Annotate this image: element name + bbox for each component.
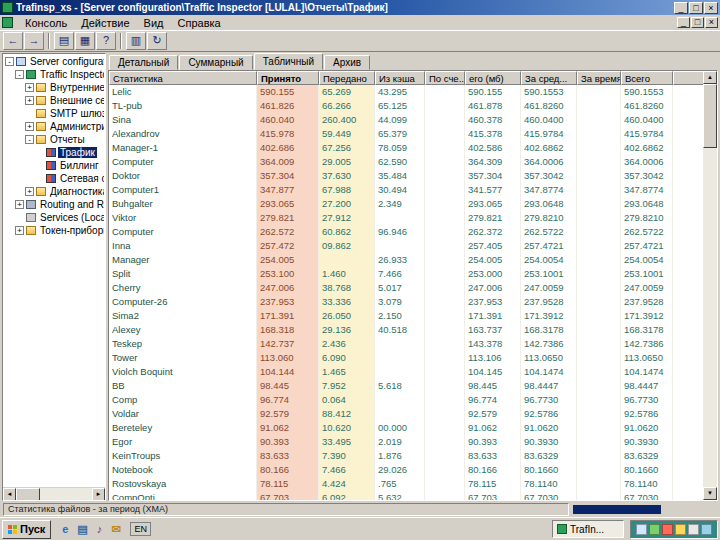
child-close-button[interactable]: × [705,17,718,28]
table-vertical-scrollbar[interactable]: ▲ ▼ [703,71,717,500]
tray-scheduler-icon[interactable] [688,524,699,535]
show-desktop-icon[interactable]: ▤ [74,521,90,537]
column-header[interactable]: По сче... [425,71,465,85]
table-row[interactable]: Bereteley91.06210.62000.00091.06291.0620… [109,421,703,435]
expand-icon[interactable]: + [25,187,34,196]
table-row[interactable]: Computer364.00929.00562.590364.309364.00… [109,155,703,169]
table-row[interactable]: Split253.1001.4607.466253.000253.1001253… [109,267,703,281]
expand-icon[interactable]: + [25,122,34,131]
column-header[interactable]: Статистика [109,71,257,85]
tree-item[interactable]: +Администрирова... [4,120,104,133]
table-row[interactable]: Computer262.57260.86296.946262.372262.57… [109,225,703,239]
tray-antivirus-icon[interactable] [649,524,660,535]
tree-item[interactable]: +Трафик [4,146,104,159]
table-row[interactable]: KeinTroups83.6337.3901.87683.63383.63298… [109,449,703,463]
back-icon[interactable]: ← [3,32,23,50]
table-row[interactable]: Voldar92.57988.41292.57992.578692.5786 [109,407,703,421]
scroll-left-button[interactable]: ◄ [3,488,16,501]
table-row[interactable]: Buhgalter293.06527.2002.349293.065293.06… [109,197,703,211]
mail-icon[interactable]: ✉ [108,521,124,537]
child-restore-button[interactable]: □ [691,17,704,28]
tray-clock-icon[interactable] [701,524,712,535]
tree-item[interactable]: -Отчеты [4,133,104,146]
title-bar[interactable]: Trafinsp_xs - [Server configuration\Traf… [0,0,720,15]
table-row[interactable]: Inna257.47209.862257.405257.4721257.4721 [109,239,703,253]
column-header[interactable]: Принято [257,71,319,85]
tree-item[interactable]: +Диагностика [4,185,104,198]
scroll-down-button[interactable]: ▼ [703,487,717,500]
collapse-icon[interactable]: - [5,57,14,66]
table-row[interactable]: Violch Boquint104.1441.465104.145104.147… [109,365,703,379]
tree-item[interactable]: +Токен-приборы... [4,224,104,237]
tree-item[interactable]: +Routing and Remote A [4,198,104,211]
taskbar-button-trafinsp[interactable]: TrafIn... [552,520,624,538]
tree-item[interactable]: +SMTP шлюз [4,107,104,120]
forward-icon[interactable]: → [24,32,44,50]
table-row[interactable]: Manager-1402.68667.25678.059402.586402.6… [109,141,703,155]
scrollbar-thumb[interactable] [703,84,717,148]
properties-icon[interactable]: ▦ [75,32,95,50]
tray-volume-icon[interactable] [675,524,686,535]
table-row[interactable]: Doktor357.30437.63035.484357.304357.3042… [109,169,703,183]
column-header[interactable]: Из кэша [375,71,425,85]
tab-archive[interactable]: Архив [324,55,370,70]
table-row[interactable]: Cherry247.00638.7685.017247.006247.00592… [109,281,703,295]
table-row[interactable]: Tower113.0606.090113.106113.0650113.0650 [109,351,703,365]
export-list-icon[interactable]: ▥ [126,32,146,50]
tree-item[interactable]: +Сетевая стат... [4,172,104,185]
column-header[interactable]: За время [577,71,621,85]
language-indicator[interactable]: EN [130,522,151,536]
table-row[interactable]: Teskep142.7372.436143.378142.7386142.738… [109,337,703,351]
tree-item[interactable]: -Server configuration [4,55,104,68]
table-row[interactable]: Viktor279.82127.912279.821279.8210279.82… [109,211,703,225]
start-button[interactable]: Пуск [2,520,51,539]
close-button[interactable]: × [704,2,718,14]
up-level-icon[interactable]: ▤ [54,32,74,50]
tree-item[interactable]: +Биллинг [4,159,104,172]
table-row[interactable]: Alexandrov415.97859.44965.379415.378415.… [109,127,703,141]
tree-item[interactable]: +Services (Local) [4,211,104,224]
tree-item[interactable]: -Traffic Inspector [LOC [4,68,104,81]
maximize-button[interactable]: □ [689,2,703,14]
expand-icon[interactable]: + [25,96,34,105]
table-row[interactable]: TL-pub461.82666.26665.125461.878461.8260… [109,99,703,113]
help-icon[interactable]: ? [96,32,116,50]
column-header[interactable]: его (мб) [465,71,521,85]
scrollbar-thumb[interactable] [16,488,40,501]
column-header[interactable]: Всего [621,71,673,85]
table-row[interactable]: Lelic590.15565.26943.295590.155590.15535… [109,85,703,99]
table-row[interactable]: Notebook80.1667.46629.02680.16680.166080… [109,463,703,477]
menu-item[interactable]: Действие [74,16,136,30]
child-minimize-button[interactable]: _ [677,17,690,28]
collapse-icon[interactable]: - [15,70,24,79]
table-row[interactable]: Alexey168.31829.13640.518163.737168.3178… [109,323,703,337]
collapse-icon[interactable]: - [25,135,34,144]
tray-network-icon[interactable] [636,524,647,535]
table-row[interactable]: Computer1347.87767.98830.494341.577347.8… [109,183,703,197]
table-row[interactable]: Manager254.00526.933254.005254.0054254.0… [109,253,703,267]
menu-item[interactable]: Вид [137,16,171,30]
menu-item[interactable]: Справка [171,16,228,30]
minimize-button[interactable]: _ [674,2,688,14]
column-header[interactable]: За сред... [521,71,577,85]
table-row[interactable]: Sima2171.39126.0502.150171.391171.391217… [109,309,703,323]
tab-detailed[interactable]: Детальный [109,55,178,70]
table-row[interactable]: Rostovskaya78.1154.424.76578.11578.11407… [109,477,703,491]
column-header[interactable]: Передано [319,71,375,85]
tray-traffic-icon[interactable] [662,524,673,535]
table-row[interactable]: Sina460.040260.40044.099460.378460.04004… [109,113,703,127]
table-row[interactable]: CompOpti67.7036.0925.63267.70367.703067.… [109,491,703,500]
scroll-up-button[interactable]: ▲ [703,71,717,84]
refresh-icon[interactable]: ↻ [147,32,167,50]
tree-item[interactable]: +Внешние сети [4,94,104,107]
tab-tabular[interactable]: Табличный [254,53,323,70]
table-row[interactable]: Computer-26237.95333.3363.079237.953237.… [109,295,703,309]
expand-icon[interactable]: + [25,83,34,92]
table-row[interactable]: Egor90.39333.4952.01990.39390.393090.393… [109,435,703,449]
table-row[interactable]: BB98.4457.9525.61898.44598.444798.4447 [109,379,703,393]
media-player-icon[interactable]: ♪ [91,521,107,537]
expand-icon[interactable]: + [15,226,24,235]
scroll-right-button[interactable]: ► [92,488,105,501]
menu-item[interactable]: Консоль [18,16,74,30]
tab-summary[interactable]: Суммарный [179,55,252,70]
